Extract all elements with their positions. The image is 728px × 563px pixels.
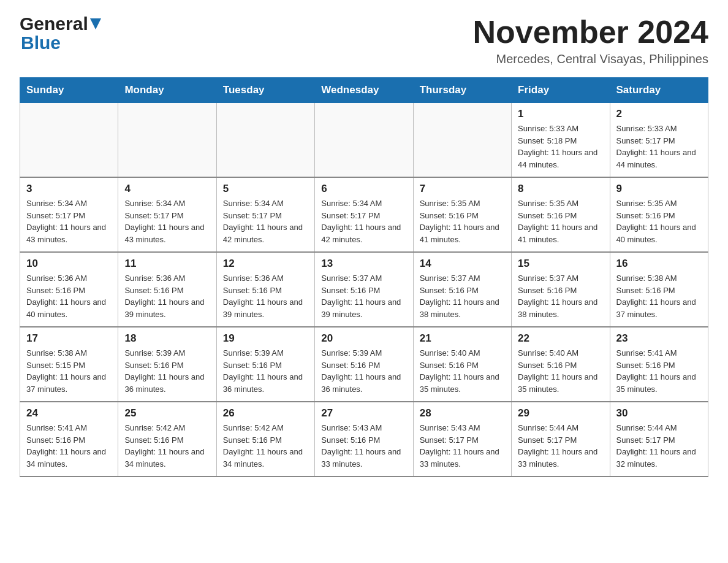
- calendar-cell: 12Sunrise: 5:36 AMSunset: 5:16 PMDayligh…: [216, 252, 314, 327]
- weekday-header-tuesday: Tuesday: [216, 78, 314, 103]
- calendar-cell: 4Sunrise: 5:34 AMSunset: 5:17 PMDaylight…: [118, 177, 216, 252]
- day-number: 24: [26, 407, 112, 419]
- day-number: 16: [616, 258, 702, 270]
- month-title: November 2024: [473, 15, 708, 50]
- weekday-header-monday: Monday: [118, 78, 216, 103]
- title-section: November 2024 Mercedes, Central Visayas,…: [473, 15, 708, 66]
- day-number: 3: [26, 183, 112, 195]
- day-info: Sunrise: 5:40 AMSunset: 5:16 PMDaylight:…: [518, 347, 603, 395]
- day-number: 23: [616, 332, 702, 345]
- calendar-cell: [216, 103, 314, 178]
- day-number: 13: [321, 258, 406, 270]
- calendar-cell: 22Sunrise: 5:40 AMSunset: 5:16 PMDayligh…: [512, 327, 610, 402]
- calendar-week-row: 1Sunrise: 5:33 AMSunset: 5:18 PMDaylight…: [20, 103, 708, 178]
- calendar-cell: 5Sunrise: 5:34 AMSunset: 5:17 PMDaylight…: [216, 177, 314, 252]
- day-info: Sunrise: 5:40 AMSunset: 5:16 PMDaylight:…: [420, 347, 505, 395]
- day-number: 4: [124, 183, 210, 195]
- calendar-cell: 9Sunrise: 5:35 AMSunset: 5:16 PMDaylight…: [610, 177, 708, 252]
- calendar-cell: 14Sunrise: 5:37 AMSunset: 5:16 PMDayligh…: [413, 252, 511, 327]
- day-number: 11: [124, 258, 210, 270]
- day-info: Sunrise: 5:39 AMSunset: 5:16 PMDaylight:…: [223, 347, 308, 395]
- day-number: 6: [321, 183, 406, 195]
- day-info: Sunrise: 5:38 AMSunset: 5:16 PMDaylight:…: [616, 272, 702, 320]
- calendar-cell: 24Sunrise: 5:41 AMSunset: 5:16 PMDayligh…: [20, 402, 118, 477]
- day-number: 29: [518, 407, 603, 419]
- calendar-week-row: 10Sunrise: 5:36 AMSunset: 5:16 PMDayligh…: [20, 252, 708, 327]
- day-info: Sunrise: 5:39 AMSunset: 5:16 PMDaylight:…: [321, 347, 406, 395]
- calendar-cell: 23Sunrise: 5:41 AMSunset: 5:16 PMDayligh…: [610, 327, 708, 402]
- calendar-cell: [315, 103, 413, 178]
- day-info: Sunrise: 5:34 AMSunset: 5:17 PMDaylight:…: [223, 197, 308, 245]
- calendar-cell: 7Sunrise: 5:35 AMSunset: 5:16 PMDaylight…: [413, 177, 511, 252]
- day-info: Sunrise: 5:33 AMSunset: 5:17 PMDaylight:…: [616, 123, 702, 170]
- location: Mercedes, Central Visayas, Philippines: [473, 52, 708, 66]
- calendar-cell: 19Sunrise: 5:39 AMSunset: 5:16 PMDayligh…: [216, 327, 314, 402]
- weekday-header-thursday: Thursday: [413, 78, 511, 103]
- weekday-header-friday: Friday: [512, 78, 610, 103]
- calendar-cell: 30Sunrise: 5:44 AMSunset: 5:17 PMDayligh…: [610, 402, 708, 477]
- day-info: Sunrise: 5:37 AMSunset: 5:16 PMDaylight:…: [321, 272, 406, 320]
- calendar-cell: 17Sunrise: 5:38 AMSunset: 5:15 PMDayligh…: [20, 327, 118, 402]
- weekday-header-saturday: Saturday: [610, 78, 708, 103]
- calendar-cell: 15Sunrise: 5:37 AMSunset: 5:16 PMDayligh…: [512, 252, 610, 327]
- svg-marker-0: [90, 18, 101, 29]
- day-info: Sunrise: 5:39 AMSunset: 5:16 PMDaylight:…: [124, 347, 210, 395]
- day-number: 30: [616, 407, 702, 419]
- logo-blue-text: Blue: [21, 33, 61, 53]
- calendar-week-row: 24Sunrise: 5:41 AMSunset: 5:16 PMDayligh…: [20, 402, 708, 477]
- calendar-cell: 29Sunrise: 5:44 AMSunset: 5:17 PMDayligh…: [512, 402, 610, 477]
- day-info: Sunrise: 5:34 AMSunset: 5:17 PMDaylight:…: [321, 197, 406, 245]
- day-info: Sunrise: 5:36 AMSunset: 5:16 PMDaylight:…: [26, 272, 112, 320]
- calendar-cell: 13Sunrise: 5:37 AMSunset: 5:16 PMDayligh…: [315, 252, 413, 327]
- day-info: Sunrise: 5:36 AMSunset: 5:16 PMDaylight:…: [124, 272, 210, 320]
- day-info: Sunrise: 5:44 AMSunset: 5:17 PMDaylight:…: [518, 422, 603, 470]
- day-info: Sunrise: 5:34 AMSunset: 5:17 PMDaylight:…: [124, 197, 210, 245]
- calendar-cell: 6Sunrise: 5:34 AMSunset: 5:17 PMDaylight…: [315, 177, 413, 252]
- calendar-cell: 8Sunrise: 5:35 AMSunset: 5:16 PMDaylight…: [512, 177, 610, 252]
- day-info: Sunrise: 5:35 AMSunset: 5:16 PMDaylight:…: [518, 197, 603, 245]
- day-info: Sunrise: 5:44 AMSunset: 5:17 PMDaylight:…: [616, 422, 702, 470]
- weekday-header-wednesday: Wednesday: [315, 78, 413, 103]
- day-number: 12: [223, 258, 308, 270]
- calendar-week-row: 3Sunrise: 5:34 AMSunset: 5:17 PMDaylight…: [20, 177, 708, 252]
- day-number: 8: [518, 183, 603, 195]
- calendar-cell: 16Sunrise: 5:38 AMSunset: 5:16 PMDayligh…: [610, 252, 708, 327]
- calendar-cell: 28Sunrise: 5:43 AMSunset: 5:17 PMDayligh…: [413, 402, 511, 477]
- day-info: Sunrise: 5:42 AMSunset: 5:16 PMDaylight:…: [223, 422, 308, 470]
- calendar-cell: [118, 103, 216, 178]
- day-info: Sunrise: 5:37 AMSunset: 5:16 PMDaylight:…: [420, 272, 505, 320]
- day-info: Sunrise: 5:33 AMSunset: 5:18 PMDaylight:…: [518, 123, 603, 170]
- calendar-cell: 21Sunrise: 5:40 AMSunset: 5:16 PMDayligh…: [413, 327, 511, 402]
- day-number: 1: [518, 108, 603, 120]
- calendar-cell: 27Sunrise: 5:43 AMSunset: 5:16 PMDayligh…: [315, 402, 413, 477]
- calendar-cell: 18Sunrise: 5:39 AMSunset: 5:16 PMDayligh…: [118, 327, 216, 402]
- calendar-cell: 26Sunrise: 5:42 AMSunset: 5:16 PMDayligh…: [216, 402, 314, 477]
- calendar-cell: 20Sunrise: 5:39 AMSunset: 5:16 PMDayligh…: [315, 327, 413, 402]
- day-number: 18: [124, 332, 210, 345]
- day-number: 10: [26, 258, 112, 270]
- day-info: Sunrise: 5:34 AMSunset: 5:17 PMDaylight:…: [26, 197, 112, 245]
- day-number: 5: [223, 183, 308, 195]
- page-header: General Blue November 2024 Mercedes, Cen…: [20, 15, 708, 66]
- calendar-table: SundayMondayTuesdayWednesdayThursdayFrid…: [20, 77, 708, 477]
- day-number: 2: [616, 108, 702, 120]
- logo-triangle-icon: [90, 18, 101, 31]
- weekday-header-row: SundayMondayTuesdayWednesdayThursdayFrid…: [20, 78, 708, 103]
- day-info: Sunrise: 5:37 AMSunset: 5:16 PMDaylight:…: [518, 272, 603, 320]
- day-number: 27: [321, 407, 406, 419]
- day-number: 21: [420, 332, 505, 345]
- day-info: Sunrise: 5:41 AMSunset: 5:16 PMDaylight:…: [616, 347, 702, 395]
- day-number: 14: [420, 258, 505, 270]
- day-info: Sunrise: 5:43 AMSunset: 5:16 PMDaylight:…: [321, 422, 406, 470]
- day-info: Sunrise: 5:43 AMSunset: 5:17 PMDaylight:…: [420, 422, 505, 470]
- calendar-cell: 3Sunrise: 5:34 AMSunset: 5:17 PMDaylight…: [20, 177, 118, 252]
- calendar-cell: 1Sunrise: 5:33 AMSunset: 5:18 PMDaylight…: [512, 103, 610, 178]
- day-number: 25: [124, 407, 210, 419]
- day-info: Sunrise: 5:36 AMSunset: 5:16 PMDaylight:…: [223, 272, 308, 320]
- day-info: Sunrise: 5:42 AMSunset: 5:16 PMDaylight:…: [124, 422, 210, 470]
- logo: General Blue: [20, 15, 101, 52]
- day-info: Sunrise: 5:41 AMSunset: 5:16 PMDaylight:…: [26, 422, 112, 470]
- calendar-cell: 10Sunrise: 5:36 AMSunset: 5:16 PMDayligh…: [20, 252, 118, 327]
- weekday-header-sunday: Sunday: [20, 78, 118, 103]
- day-info: Sunrise: 5:35 AMSunset: 5:16 PMDaylight:…: [420, 197, 505, 245]
